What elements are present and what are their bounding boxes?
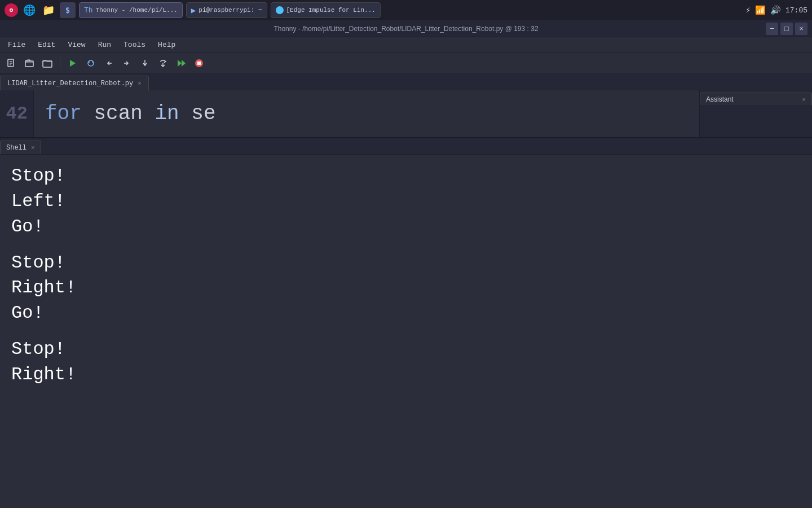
svg-point-11 <box>89 62 90 63</box>
editor-tab-close[interactable]: × <box>138 80 142 87</box>
code-partial-se: se <box>191 102 215 125</box>
edge-impulse-taskbar-btn[interactable]: [Edge Impulse for Lin... <box>271 2 381 18</box>
assistant-tab-label: Assistant <box>706 95 734 103</box>
shell-output: Stop! Left! Go! Stop! Right! Go! Stop! R… <box>0 154 812 508</box>
assistant-panel: Assistant × <box>699 90 812 137</box>
terminal-icon-small: ▶ <box>191 6 196 15</box>
menu-edit[interactable]: Edit <box>32 40 61 50</box>
step-into-button[interactable] <box>137 55 153 71</box>
debug-button[interactable] <box>83 55 99 71</box>
keyword-in: in <box>155 102 179 125</box>
volume-icon[interactable]: 🔊 <box>770 5 781 16</box>
window-title: Thonny - /home/pi/Litter_Detection_Robot… <box>273 25 538 33</box>
output-line-2: Left! <box>11 189 801 214</box>
menubar: File Edit View Run Tools Help <box>0 37 812 53</box>
shell-tab[interactable]: Shell × <box>0 141 41 154</box>
menu-file[interactable]: File <box>2 40 31 50</box>
resume-button[interactable] <box>173 55 189 71</box>
output-line-10: Right! <box>11 362 801 388</box>
menu-view[interactable]: View <box>62 40 91 50</box>
editor-area: LIDAR_Litter_Detection_Robot.py × 42 for… <box>0 73 812 508</box>
shell-area: Shell × Stop! Left! Go! Stop! Right! Go!… <box>0 138 812 508</box>
shell-tab-label: Shell <box>6 144 27 152</box>
menu-tools[interactable]: Tools <box>118 40 151 50</box>
svg-marker-15 <box>178 60 182 67</box>
shell-tabs: Shell × <box>0 138 812 154</box>
terminal-taskbar-btn[interactable]: ▶ pi@raspberrypi: ~ <box>186 2 267 18</box>
output-line-7: Go! <box>11 301 801 326</box>
clock: 17:05 <box>785 6 807 15</box>
code-var-scan: scan <box>94 102 142 125</box>
code-line: for scan in se <box>34 90 699 137</box>
raspberry-pi-icon[interactable] <box>5 3 18 17</box>
stop-button[interactable] <box>191 55 207 71</box>
toolbar <box>0 53 812 73</box>
output-line-1: Stop! <box>11 164 801 189</box>
bluetooth-icon[interactable]: ⚡ <box>745 5 751 16</box>
folder-icon[interactable]: 📁 <box>41 2 56 18</box>
edge-btn-label: [Edge Impulse for Lin... <box>286 7 376 14</box>
svg-rect-8 <box>43 61 52 67</box>
taskbar: 🌐 📁 $ Th Thonny - /home/pi/L... ▶ pi@ras… <box>0 0 812 20</box>
minimize-button[interactable]: − <box>766 23 778 35</box>
terminal-btn-label: pi@raspberrypi: ~ <box>198 7 262 14</box>
output-line-5: Stop! <box>11 251 801 276</box>
new-file-button[interactable] <box>3 55 19 71</box>
menu-help[interactable]: Help <box>152 40 181 50</box>
menu-run[interactable]: Run <box>92 40 117 50</box>
run-button[interactable] <box>65 55 81 71</box>
thonny-icon: Th <box>84 6 93 15</box>
assistant-tab-close[interactable]: × <box>802 96 806 103</box>
assistant-tab[interactable]: Assistant × <box>700 93 812 105</box>
titlebar: Thonny - /home/pi/Litter_Detection_Robot… <box>0 20 812 37</box>
open-file-button[interactable] <box>21 55 37 71</box>
keyword-for: for <box>45 102 82 125</box>
editor-tabs: LIDAR_Litter_Detection_Robot.py × <box>0 73 812 90</box>
output-blank-2 <box>11 326 801 337</box>
svg-point-2 <box>11 10 12 11</box>
system-tray: ⚡ 📶 🔊 17:05 <box>745 5 807 16</box>
output-blank-1 <box>11 239 801 250</box>
step-back-button[interactable] <box>101 55 117 71</box>
editor-tab-main[interactable]: LIDAR_Litter_Detection_Robot.py × <box>0 76 149 90</box>
output-line-9: Stop! <box>11 337 801 362</box>
terminal-icon[interactable]: $ <box>60 2 76 18</box>
maximize-button[interactable]: □ <box>780 23 793 35</box>
editor-tab-filename: LIDAR_Litter_Detection_Robot.py <box>7 80 133 87</box>
output-line-3: Go! <box>11 214 801 240</box>
close-button[interactable]: × <box>795 23 807 35</box>
thonny-btn-label: Thonny - /home/pi/L... <box>96 7 178 14</box>
output-line-6: Right! <box>11 275 801 301</box>
step-over-button[interactable] <box>155 55 171 71</box>
step-forward-button[interactable] <box>119 55 135 71</box>
code-editor[interactable]: 42 for scan in se Assistant × <box>0 90 812 138</box>
line-number: 42 <box>6 103 28 124</box>
wifi-icon[interactable]: 📶 <box>755 5 766 16</box>
svg-rect-18 <box>197 62 201 65</box>
globe-icon[interactable]: 🌐 <box>21 2 37 18</box>
svg-point-10 <box>88 60 94 66</box>
svg-point-12 <box>92 62 93 63</box>
shell-tab-close[interactable]: × <box>31 144 35 151</box>
line-number-gutter: 42 <box>0 90 34 137</box>
svg-marker-16 <box>182 60 186 67</box>
edge-icon <box>276 6 284 14</box>
thonny-taskbar-btn[interactable]: Th Thonny - /home/pi/L... <box>79 2 183 18</box>
open-folder-button[interactable] <box>39 55 55 71</box>
window-controls: − □ × <box>766 23 807 35</box>
svg-marker-9 <box>70 60 76 67</box>
